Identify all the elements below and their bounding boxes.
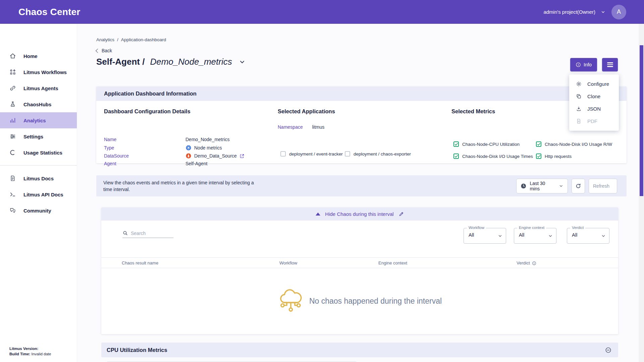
namespace-label: Namespace [278, 124, 303, 130]
settings-sliders-icon [9, 133, 16, 140]
workflow-filter-select[interactable]: Workflow All [464, 228, 506, 244]
back-button[interactable]: Back [96, 48, 112, 53]
cpu-utilization-header: CPU Utilization Metrics [101, 343, 618, 357]
menu-item-json[interactable]: JSON [569, 103, 619, 115]
version-info: Litmus Version: Build Time: Invalid date [9, 346, 51, 357]
sidebar-item-litmus-api-docs[interactable]: Litmus API Docs [0, 186, 77, 202]
check-icon [537, 155, 541, 158]
info-icon [576, 62, 581, 67]
column-chaos-result-name: Chaos result name [122, 258, 158, 268]
file-icon [576, 118, 582, 124]
menu-item-clone[interactable]: Clone [569, 90, 619, 103]
info-button[interactable]: Info [570, 58, 597, 71]
config-row-type: Type Node metrics [104, 145, 222, 151]
engine-context-filter-select[interactable]: Engine context All [514, 228, 556, 244]
checkbox-checked[interactable] [453, 141, 459, 147]
project-switcher[interactable]: admin's project(Owner) [543, 9, 605, 15]
sidebar-item-settings[interactable]: Settings [0, 128, 77, 144]
breadcrumb: Analytics / Application-dashboard [96, 37, 166, 42]
external-link-icon[interactable] [239, 154, 245, 159]
metric-checkbox-http-requests: Http requests [536, 154, 572, 159]
clone-icon [576, 94, 582, 99]
empty-message: No chaos happened during the interval [309, 297, 442, 306]
sidebar-item-usage-statistics[interactable]: Usage Statistics [0, 144, 77, 161]
column-verdict: Verdict [517, 258, 536, 268]
kebab-menu-button[interactable] [602, 58, 618, 71]
breadcrumb-analytics[interactable]: Analytics [96, 37, 114, 42]
checkbox-unchecked[interactable] [345, 151, 350, 157]
checkbox-checked[interactable] [536, 154, 541, 159]
gear-icon [576, 81, 582, 87]
build-value: Invalid date [32, 352, 51, 356]
metric-checkbox-disk-io-rw: Chaos-Node-Disk I/O Usage R/W [536, 141, 612, 147]
checkbox-checked[interactable] [536, 141, 541, 147]
scrollbar-thumb[interactable] [640, 45, 643, 196]
project-label: admin's project(Owner) [543, 9, 595, 15]
terminal-icon [9, 191, 16, 198]
empty-state: No chaos happened during the interval [101, 268, 618, 334]
chaos-toggle-header: Hide Chaos during this interval [101, 207, 618, 221]
collapse-triangle-icon[interactable] [316, 213, 320, 216]
breadcrumb-application-dashboard[interactable]: Application-dashboard [121, 37, 166, 42]
sidebar-item-litmus-docs[interactable]: Litmus Docs [0, 170, 77, 186]
sidebar-item-chaoshubs[interactable]: ChaosHubs [0, 96, 77, 112]
chaos-toggle-label[interactable]: Hide Chaos during this interval [325, 211, 393, 217]
sidebar-item-community[interactable]: Community [0, 202, 77, 219]
main-content: Analytics / Application-dashboard Back S… [77, 24, 644, 362]
sidebar-item-litmus-agents[interactable]: Litmus Agents [0, 80, 77, 96]
edit-pencil-icon[interactable] [398, 212, 404, 217]
download-icon [576, 106, 582, 112]
metric-checkbox-disk-io-times: Chaos-Node-Disk I/O Usage Times [453, 154, 533, 159]
check-icon [454, 155, 458, 158]
app-checkbox-event-tracker: deployment / event-tracker [280, 151, 343, 157]
sidebar-item-home[interactable]: Home [0, 48, 77, 64]
refresh-icon [575, 183, 582, 189]
avatar[interactable]: A [611, 5, 626, 19]
flask-icon [9, 101, 16, 108]
scrollbar[interactable] [639, 24, 644, 362]
search-input[interactable] [131, 231, 168, 236]
config-row-datasource: DataSource Demo_Data_Source [104, 153, 245, 159]
sidebar-divider [0, 165, 77, 166]
info-circle-icon[interactable] [532, 261, 536, 265]
hamburger-icon [607, 61, 613, 68]
checkbox-unchecked[interactable] [280, 151, 286, 157]
config-row-name: Name Demo_Node_metrics [104, 137, 230, 142]
app-title: Chaos Center [18, 7, 80, 17]
agents-link-icon [9, 85, 16, 92]
breadcrumb-separator: / [117, 37, 118, 42]
chevron-down-icon [559, 184, 564, 188]
column-engine-context: Engine context [378, 258, 407, 268]
page-title: Self-Agent / Demo_Node_metrics [96, 57, 246, 67]
usage-circle-icon [9, 149, 16, 156]
chevron-down-icon [601, 10, 605, 14]
time-range-select[interactable]: Last 30 mins [516, 179, 568, 193]
sidebar-item-analytics[interactable]: Analytics [0, 112, 77, 128]
menu-item-pdf[interactable]: PDF [569, 115, 619, 127]
workflows-icon [9, 69, 16, 75]
version-label: Litmus Version: [9, 347, 38, 351]
selected-applications: Selected Applications Namespace litmus [278, 108, 335, 115]
chevron-down-icon [548, 234, 553, 238]
chevron-down-icon [498, 234, 502, 238]
sidebar-item-litmus-workflows[interactable]: Litmus Workflows [0, 64, 77, 80]
collapse-minus-icon[interactable] [605, 347, 611, 353]
dashboard-actions-menu: Configure Clone JSON PDF [569, 74, 619, 131]
analytics-chart-icon [9, 117, 16, 124]
refresh-button[interactable] [572, 179, 585, 193]
title-chevron-down-icon[interactable] [239, 59, 246, 65]
namespace-value: litmus [312, 124, 325, 130]
document-icon [9, 175, 16, 182]
config-row-agent: Agent Self-Agent [104, 161, 207, 166]
menu-item-configure[interactable]: Configure [569, 78, 619, 90]
verdict-filter-select[interactable]: Verdict All [567, 228, 609, 244]
chevron-down-icon [601, 234, 606, 238]
refresh-rate-select[interactable]: Refresh [589, 179, 617, 193]
title-agent: Self-Agent / [96, 57, 145, 67]
home-icon [9, 53, 16, 59]
checkbox-checked[interactable] [453, 154, 459, 159]
search-field [122, 230, 173, 238]
panel-header: Application Dashboard Information [96, 86, 627, 101]
clock-icon [521, 183, 526, 189]
check-icon [454, 142, 458, 146]
